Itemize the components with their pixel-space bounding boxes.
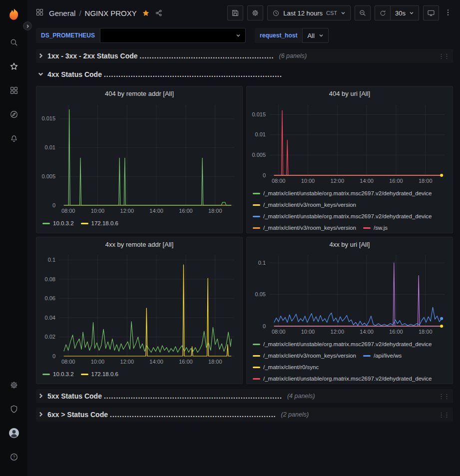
save-dashboard-button[interactable] [227,5,243,20]
panel-legend: 10.0.3.2172.18.0.6 [36,367,242,384]
variable-label-ds-prometheus: DS_PROMETHEUS [36,28,100,43]
avatar [8,427,20,439]
sidebar-item-server-admin[interactable] [4,399,24,419]
search-icon [9,38,18,47]
svg-text:0.1: 0.1 [48,257,55,263]
dashboard-body: 1xx - 3xx - 2xx Status Code ............… [27,45,460,476]
svg-text:10:00: 10:00 [91,359,105,365]
more-options-button[interactable] [443,8,453,18]
refresh-interval-picker[interactable]: 30s [391,5,419,20]
sidebar-item-help[interactable]: ? [4,447,24,467]
sidebar-item-alerting[interactable] [4,128,24,148]
panel-title[interactable]: 404 by remote addr [All] [36,86,242,100]
row-4xx-status-code[interactable]: 4xx Status Code ........................… [36,67,453,81]
legend-item[interactable]: 172.18.0.6 [81,370,118,379]
row-6xx-status-code[interactable]: 6xx > Status Code ......................… [36,408,453,422]
refresh-button-group: 30s [375,5,419,20]
sidebar-item-search[interactable] [4,32,24,52]
legend-label: /_matrix/client/unstable/org.matrix.msc2… [263,341,432,347]
row-panel-count: (6 panels) [279,52,307,59]
share-dashboard-button[interactable] [155,9,163,17]
legend-swatch [81,223,88,224]
legend-item[interactable]: 172.18.0.6 [81,219,118,228]
svg-text:0: 0 [52,353,55,359]
dashboard-settings-button[interactable] [247,5,263,20]
sidebar-item-dashboards[interactable] [4,80,24,100]
sidebar-item-configuration[interactable] [4,375,24,395]
sidebar-item-user-profile[interactable] [4,423,24,443]
legend-label: /_matrix/client/unstable/org.matrix.msc2… [263,376,432,382]
favorite-star-button[interactable] [142,9,150,17]
sidebar-item-starred[interactable] [4,56,24,76]
legend-label: 172.18.0.6 [91,371,118,377]
panel-title[interactable]: 4xx by remote addr [All] [36,237,242,251]
variable-label-request-host: request_host [255,28,302,43]
legend-swatch [253,367,260,368]
legend-item[interactable]: /_matrix/client/unstable/org.matrix.msc2… [253,374,432,383]
sidebar-expand-button[interactable] [23,21,32,30]
legend-item[interactable]: /sw.js [363,223,388,232]
compass-icon [9,110,18,119]
legend-label: 10.0.3.2 [53,220,74,226]
request-host-select[interactable]: All [302,28,328,43]
legend-label: /_matrix/client/v3/room_keys/version [263,202,356,208]
svg-text:12:00: 12:00 [120,359,134,365]
legend-label: 10.0.3.2 [53,371,74,377]
legend-item[interactable]: /_matrix/client/unstable/org.matrix.msc2… [253,340,432,349]
row-drag-handle[interactable]: ⋮⋮ [438,411,449,419]
legend-item[interactable]: /_matrix/client/v3/room_keys/version [253,223,356,232]
legend-item[interactable]: /_matrix/client/unstable/org.matrix.msc2… [253,189,432,198]
svg-text:10:00: 10:00 [301,329,315,335]
legend-swatch [363,355,371,357]
legend-item[interactable]: /api/live/ws [363,351,402,360]
chevron-down-icon [236,32,241,39]
cycle-view-mode-button[interactable] [423,5,439,20]
legend-item[interactable]: 10.0.3.2 [42,219,74,228]
svg-text:0.005: 0.005 [41,173,55,179]
svg-text:0.1: 0.1 [258,260,266,266]
zoom-out-icon [359,9,367,17]
svg-text:0.06: 0.06 [45,295,55,301]
svg-text:12:00: 12:00 [331,178,345,184]
refresh-icon [379,9,387,17]
panel-title[interactable]: 4xx by uri [All] [247,237,453,251]
row-1xx-3xx-2xx-status-code[interactable]: 1xx - 3xx - 2xx Status Code ............… [36,49,453,63]
time-range-picker[interactable]: Last 12 hours CST [267,5,351,20]
grafana-logo[interactable] [4,4,24,24]
row-title-dots: ........................................… [110,411,276,419]
time-range-label: Last 12 hours [283,9,323,17]
clock-icon [272,9,280,17]
svg-text:0.005: 0.005 [252,152,266,158]
legend-swatch [42,223,50,224]
zoom-out-time-button[interactable] [355,5,371,20]
legend-item[interactable]: 10.0.3.2 [42,370,74,379]
dashboard-title[interactable]: NGINX PROXY [85,9,137,17]
svg-text:18:00: 18:00 [419,178,433,184]
chart-svg: 00.0050.010.01508:0010:0012:0014:0016:00… [247,100,453,186]
chevron-right-icon [38,392,43,401]
chevron-down-icon [341,9,346,17]
legend-item[interactable]: /_matrix/client/v3/room_keys/version [253,351,356,360]
legend-item[interactable]: /_matrix/client/r0/sync [253,363,319,372]
share-icon [155,9,163,17]
sidebar-item-explore[interactable] [4,104,24,124]
svg-text:0.02: 0.02 [45,334,55,340]
legend-item[interactable]: /_matrix/client/v3/room_keys/version [253,200,356,209]
legend-swatch [253,227,260,229]
legend-swatch [253,355,260,357]
legend-swatch [363,227,371,229]
datasource-select[interactable] [100,28,246,43]
panel-404-by-remote-addr: 404 by remote addr [All] 00.0050.010.015… [36,86,243,233]
row-5xx-status-code[interactable]: 5xx Status Code ........................… [36,389,453,403]
legend-item[interactable]: /_matrix/client/unstable/org.matrix.msc2… [253,212,432,221]
row-drag-handle[interactable]: ⋮⋮ [438,52,449,60]
row-title: 4xx Status Code [47,70,102,78]
svg-text:16:00: 16:00 [179,359,193,365]
breadcrumb-section[interactable]: General [49,9,75,17]
row-drag-handle[interactable]: ⋮⋮ [438,393,449,400]
panel-title[interactable]: 404 by uri [All] [247,86,453,100]
svg-text:16:00: 16:00 [179,208,193,214]
refresh-dashboard-button[interactable] [375,5,391,20]
legend-swatch [81,374,88,375]
svg-text:14:00: 14:00 [149,359,163,365]
